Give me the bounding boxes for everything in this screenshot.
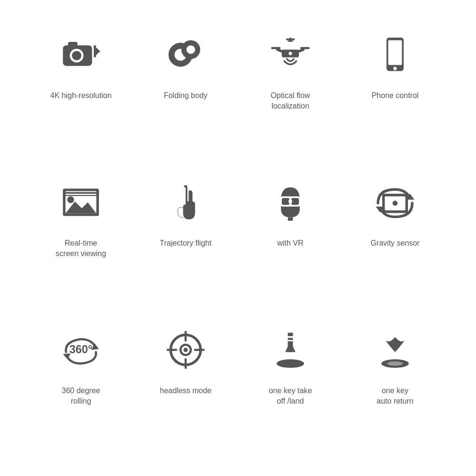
feature-360: 360° 360 degreerolling bbox=[29, 314, 133, 457]
feature-takeoff: one key takeoff /land bbox=[238, 314, 343, 457]
svg-rect-13 bbox=[271, 47, 281, 50]
svg-rect-32 bbox=[288, 218, 293, 221]
svg-point-37 bbox=[393, 200, 398, 206]
crosshair-icon bbox=[159, 324, 212, 376]
svg-text:360°: 360° bbox=[69, 343, 92, 356]
drone-icon bbox=[264, 29, 317, 81]
svg-point-27 bbox=[67, 196, 74, 203]
360-icon: 360° bbox=[55, 324, 107, 376]
hand-icon bbox=[159, 176, 212, 228]
svg-rect-50 bbox=[288, 333, 293, 336]
svg-point-9 bbox=[187, 45, 195, 54]
phone-icon bbox=[369, 29, 421, 81]
svg-point-54 bbox=[387, 361, 403, 366]
feature-gravity: Gravity sensor bbox=[343, 167, 447, 309]
feature-trajectory: Trajectory flight bbox=[133, 167, 238, 309]
feature-realtime: Real-timescreen viewing bbox=[29, 167, 133, 309]
feature-folding-label: Folding body bbox=[164, 90, 208, 101]
svg-rect-51 bbox=[288, 338, 293, 340]
svg-point-43 bbox=[184, 348, 188, 352]
svg-point-48 bbox=[277, 359, 304, 368]
feature-phone-label: Phone control bbox=[372, 90, 419, 101]
feature-vr-label: with VR bbox=[277, 238, 303, 248]
takeoff-icon bbox=[264, 324, 317, 376]
feature-headless: headless mode bbox=[133, 314, 238, 457]
feature-folding: Folding body bbox=[133, 19, 238, 162]
folding-icon bbox=[159, 29, 212, 81]
feature-gravity-label: Gravity sensor bbox=[370, 238, 419, 248]
feature-return-label: one keyauto return bbox=[377, 386, 413, 407]
svg-point-21 bbox=[393, 67, 397, 70]
feature-trajectory-label: Trajectory flight bbox=[160, 238, 212, 248]
feature-optical: Optical flowlocalization bbox=[238, 19, 343, 162]
svg-rect-30 bbox=[291, 198, 299, 205]
feature-realtime-label: Real-timescreen viewing bbox=[56, 238, 106, 259]
feature-optical-label: Optical flowlocalization bbox=[271, 90, 310, 112]
vr-icon bbox=[264, 176, 317, 228]
feature-4k: 4K high-resolution bbox=[29, 19, 133, 162]
image-icon bbox=[55, 176, 107, 228]
svg-point-15 bbox=[288, 52, 292, 55]
return-icon bbox=[369, 324, 421, 376]
feature-phone: Phone control bbox=[343, 19, 447, 162]
feature-return: one keyauto return bbox=[343, 314, 447, 457]
camera-icon bbox=[55, 29, 107, 81]
svg-rect-31 bbox=[288, 200, 292, 203]
svg-rect-20 bbox=[388, 40, 402, 65]
svg-rect-29 bbox=[282, 198, 289, 205]
feature-vr: with VR bbox=[238, 167, 343, 309]
svg-rect-52 bbox=[288, 341, 293, 352]
feature-4k-label: 4K high-resolution bbox=[50, 90, 112, 101]
feature-360-label: 360 degreerolling bbox=[62, 386, 100, 407]
gravity-icon bbox=[369, 176, 421, 228]
feature-headless-label: headless mode bbox=[160, 386, 212, 396]
feature-takeoff-label: one key takeoff /land bbox=[269, 386, 312, 407]
features-grid: 4K high-resolution Folding body bbox=[19, 10, 457, 466]
svg-rect-14 bbox=[300, 47, 310, 50]
svg-rect-3 bbox=[68, 42, 78, 47]
svg-point-2 bbox=[72, 51, 81, 60]
svg-rect-5 bbox=[94, 45, 96, 57]
